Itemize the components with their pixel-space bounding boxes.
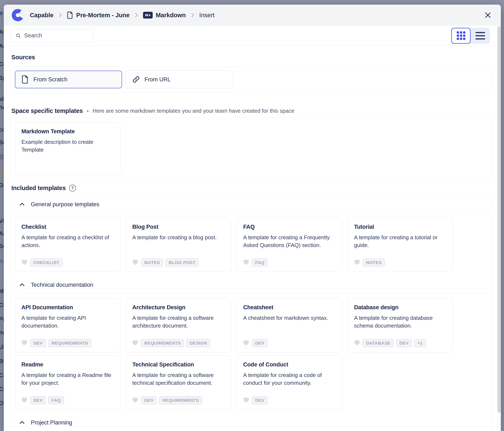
background-partial-text: Ar (0, 230, 4, 237)
tags-row: DATABASE DEV +1 (354, 339, 446, 347)
template-card-code-of-conduct[interactable]: Code of Conduct A template for creating … (237, 355, 342, 410)
chevron-up-icon (19, 281, 25, 288)
breadcrumb-item-markdown[interactable]: Markdown (143, 12, 186, 19)
list-view-icon (476, 32, 485, 39)
tag-badge: DEV (252, 396, 268, 404)
tag-badge: REQUIREMENTS (141, 339, 184, 347)
capable-logo-icon (11, 9, 24, 22)
scrollbar-thumb[interactable] (497, 26, 501, 413)
tag-badge-more: +1 (414, 339, 426, 347)
source-button-label: From URL (144, 76, 171, 83)
document-icon (22, 75, 29, 84)
tag-icon (21, 340, 28, 346)
template-card-technical-specification[interactable]: Technical Specification A template for c… (126, 355, 231, 410)
chevron-up-icon (19, 419, 25, 426)
background-partial-text: ho (0, 104, 4, 111)
group-label: General purpose templates (31, 201, 99, 208)
chevron-right-icon (135, 12, 138, 18)
tag-badge: BLOG POST (165, 259, 198, 267)
from-url-button[interactable]: From URL (126, 71, 233, 88)
document-icon (67, 11, 73, 19)
background-partial-text: Ar (0, 43, 4, 49)
template-card-api-documentation[interactable]: API Documentation A template for creatin… (15, 298, 120, 352)
breadcrumb-item-document[interactable]: Pre-Mortem - June (67, 11, 130, 19)
search-icon (16, 33, 21, 38)
tags-row: NOTES (354, 259, 446, 267)
close-icon (484, 11, 492, 19)
breadcrumb-label: Insert (199, 12, 215, 19)
tag-badge: NOTES (141, 259, 163, 267)
background-app-edge: PAlArCoSpshhocoSeGeViArSePrMClPrPrUlByCa… (0, 0, 4, 431)
background-partial-text: Cl (0, 302, 4, 309)
background-partial-text: Se (0, 139, 4, 146)
close-button[interactable] (483, 10, 493, 20)
background-partial-text: Co (0, 61, 4, 67)
chevron-right-icon (59, 12, 62, 18)
search-box[interactable] (11, 29, 94, 43)
card-description: A template for creating database schema … (354, 314, 446, 330)
group-header-general-purpose[interactable]: General purpose templates (10, 196, 491, 213)
card-description: A template for creating a software archi… (132, 314, 225, 330)
tag-badge: REQUIREMENTS (159, 396, 202, 404)
background-partial-text: sh (0, 96, 4, 102)
help-icon[interactable]: ? (69, 185, 76, 192)
background-partial-text: Ca (0, 386, 4, 393)
tag-icon (243, 340, 250, 346)
tags-row: DEV REQUIREMENTS (132, 396, 225, 404)
space-templates-description: Here are some markdown templates you and… (93, 108, 294, 114)
from-scratch-button[interactable]: From Scratch (15, 71, 122, 88)
template-card-cheatsheet[interactable]: Cheatsheet A cheatsheet for markdown syn… (237, 298, 342, 352)
general-purpose-cards: Checklist A template for creating a chec… (10, 213, 491, 273)
grid-view-button[interactable] (451, 28, 471, 44)
group-header-project-planning[interactable]: Project Planning (10, 411, 491, 431)
breadcrumb-item-capable[interactable]: Capable (30, 12, 54, 19)
background-partial-text: Al (0, 29, 4, 36)
background-partial-text: Ge (0, 182, 4, 188)
chevron-right-icon (191, 12, 194, 18)
card-title: Cheatsheet (243, 304, 336, 311)
group-label: Technical documentation (31, 282, 93, 288)
template-card-checklist[interactable]: Checklist A template for creating a chec… (15, 218, 120, 272)
template-card-architecture-design[interactable]: Architecture Design A template for creat… (126, 298, 231, 352)
template-card-faq[interactable]: FAQ A template for creating a Frequently… (237, 218, 342, 272)
card-title: Code of Conduct (243, 361, 336, 368)
template-card-blog-post[interactable]: Blog Post A template for creating a blog… (126, 218, 231, 272)
tags-row: CHECKLIST (21, 259, 114, 267)
template-card-readme[interactable]: Readme A template for creating a Readme … (15, 355, 120, 410)
background-partial-text: Pr (0, 330, 4, 337)
card-title: Database design (354, 304, 446, 311)
modal-header: Capable Pre-Mortem - June Markdown (4, 5, 501, 26)
background-partial-text: M (0, 288, 4, 295)
template-card-database-design[interactable]: Database design A template for creating … (348, 298, 453, 352)
tag-icon (132, 340, 139, 346)
group-header-technical-documentation[interactable]: Technical documentation (10, 273, 491, 293)
card-description: A template for creating a Readme file fo… (21, 371, 114, 387)
space-templates-section: Markdown Template Example description to… (10, 118, 491, 179)
card-description: A template for creating a checklist of a… (21, 234, 114, 249)
toolbar-row (4, 26, 501, 46)
list-view-button[interactable] (471, 28, 490, 44)
template-card-tutorial[interactable]: Tutorial A template for creating a tutor… (348, 218, 453, 272)
card-title: Architecture Design (132, 304, 225, 311)
link-icon (132, 76, 140, 83)
breadcrumb-label: Markdown (156, 12, 186, 19)
tags-row: REQUIREMENTS DESIGN (132, 339, 225, 347)
card-description: Example description to create Template (21, 138, 114, 154)
background-partial-text: Se (0, 243, 4, 250)
scrollbar-track[interactable] (497, 26, 501, 431)
tag-badge: DEV (396, 339, 412, 347)
search-input[interactable] (24, 32, 89, 39)
card-description: A template for creating a blog post. (132, 234, 225, 241)
background-partial-text: Vi (0, 218, 4, 224)
tag-badge: NOTES (363, 259, 385, 267)
tag-icon (132, 397, 139, 403)
tag-icon (243, 397, 250, 403)
background-partial-text: Pr (0, 259, 4, 265)
background-partial-text (0, 155, 3, 155)
tags-row: NOTES BLOG POST (132, 259, 225, 267)
tag-icon (354, 259, 360, 266)
template-card-markdown-template[interactable]: Markdown Template Example description to… (15, 122, 120, 174)
included-templates-title: Included templates (11, 185, 66, 192)
technical-documentation-cards: API Documentation A template for creatin… (10, 293, 491, 411)
card-description: A cheatsheet for markdown syntax. (243, 314, 336, 322)
